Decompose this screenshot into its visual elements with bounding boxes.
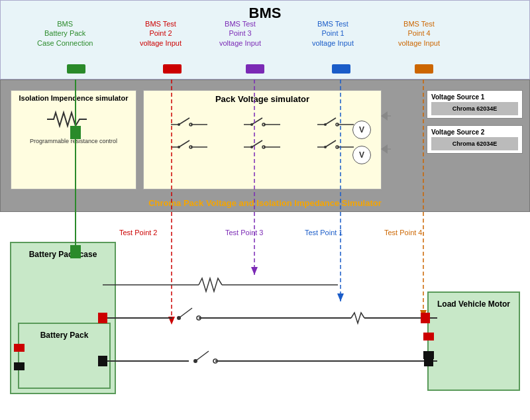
isolation-box: Isolation Impendence simulator Programma… [11,90,136,189]
battery-case-title: Battery Pack case [11,243,115,264]
voltmeter-1: V [352,121,371,139]
bms-label-green: BMS Battery Pack Case Connection [37,19,93,48]
vs2-device: Chroma 62034E [431,137,518,150]
resistor-symbol [11,104,136,135]
voltage-source-2: Voltage Source 2 Chroma 62034E [427,125,523,154]
switch-5 [227,135,298,155]
isolation-subtitle: Programmable resistance control [11,135,136,144]
connector-red [163,64,182,74]
bms-section: BMS BMS Battery Pack Case Connection BMS… [0,0,530,79]
test-point-4-label: Test Point 4 [384,229,422,236]
bms-labels: BMS Battery Pack Case Connection BMS Tes… [1,19,529,66]
test-point-1-label: Test Point 1 [305,229,343,236]
switch-2 [227,113,298,132]
switch-grid [144,109,381,158]
motor-terminal-neg [423,351,434,359]
bottom-section: Test Point 2 Test Point 3 Test Point 1 T… [0,212,530,420]
isolation-title: Isolation Impendence simulator [11,91,136,104]
voltmeter-2: V [352,146,371,164]
battery-case-box: Battery Pack case Battery Pack [10,242,116,394]
voltage-source-1: Voltage Source 1 Chroma 62034E [427,90,523,119]
bms-label-red: BMS Test Point 2 voltage Input [140,19,182,48]
connector-blue [332,64,350,74]
switch-4 [154,135,225,155]
test-point-3-label: Test Point 3 [225,229,263,236]
load-motor-title: Load Vehicle Motor [429,293,519,313]
vs1-title: Voltage Source 1 [431,93,518,101]
pack-voltage-box: Pack Voltage simulator [143,90,382,189]
battery-pack-title: Battery Pack [19,324,109,343]
svg-line-2 [179,118,189,125]
svg-line-7 [252,118,262,125]
v-circles: V V [352,121,371,164]
bms-label-blue: BMS Test Point 1 voltage Input [312,19,354,48]
connector-green [67,64,85,74]
simulator-section: Isolation Impendence simulator Programma… [0,79,530,212]
battery-terminal-neg-left [14,362,25,370]
connector-orange [415,64,433,74]
switch-1 [154,113,225,132]
bms-label-purple: BMS Test Point 3 voltage Input [219,19,261,48]
connector-purple [246,64,264,74]
svg-line-27 [325,140,336,147]
vs2-title: Voltage Source 2 [431,129,518,136]
voltage-sources: Voltage Source 1 Chroma 62034E Voltage S… [427,90,523,154]
svg-line-22 [252,140,262,147]
vs1-device: Chroma 62034E [431,102,518,115]
svg-line-17 [179,140,189,147]
test-point-2-label: Test Point 2 [119,229,157,236]
svg-line-12 [325,118,336,125]
battery-terminal-pos-left [14,344,25,352]
bms-label-orange: BMS Test Point 4 voltage Input [398,19,440,48]
load-motor-box: Load Vehicle Motor [427,291,520,391]
pack-voltage-title: Pack Voltage simulator [144,91,381,109]
motor-terminal-pos [423,333,434,341]
main-container: BMS BMS Battery Pack Case Connection BMS… [0,0,530,420]
chroma-label: Chroma Pack Voltage and Isolation Impeda… [1,198,529,208]
